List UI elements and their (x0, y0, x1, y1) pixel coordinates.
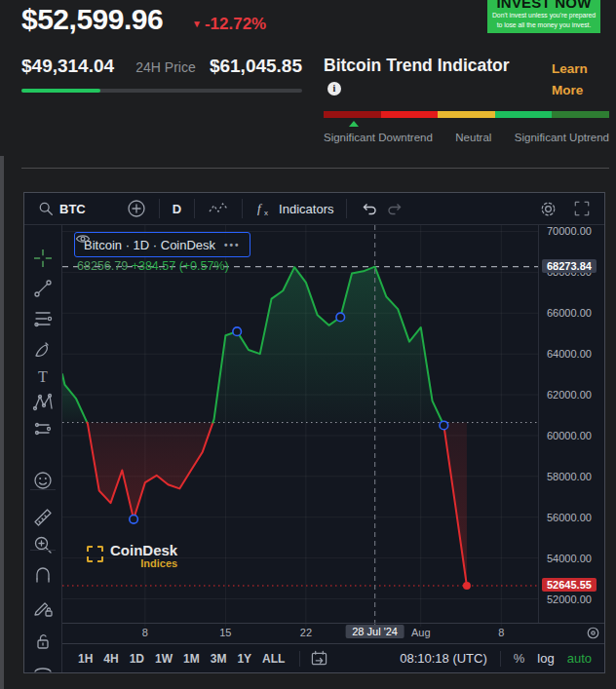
price-axis[interactable]: 70000.0068000.0066000.0064000.0062000.00… (538, 225, 604, 623)
symbol-label: BTC (59, 202, 86, 216)
emoji-tool[interactable] (32, 470, 54, 491)
undo-button[interactable] (356, 201, 382, 216)
range-button-1y[interactable]: 1Y (237, 652, 251, 666)
range-button-all[interactable]: ALL (262, 652, 285, 666)
magnet-tool[interactable] (32, 567, 54, 589)
crosshair-date-label: 28 Jul '24 (345, 625, 404, 638)
percent-scale-button[interactable]: % (514, 651, 525, 666)
trend-label-2: Significant Uptrend (515, 132, 609, 143)
y-tick-58000: 58000.00 (547, 471, 592, 482)
time-axis[interactable]: 8152228 Jul '24Aug8 (62, 623, 604, 643)
ruler-icon (32, 507, 54, 528)
range-button-1h[interactable]: 1H (78, 652, 93, 666)
trend-segment-3 (495, 111, 553, 118)
axis-settings-icon[interactable] (586, 626, 600, 640)
drawing-lock-icon (32, 596, 54, 618)
crosshair-icon (32, 248, 54, 269)
current-price: $52,599.96 (21, 3, 163, 36)
go-to-date-icon[interactable] (310, 650, 328, 667)
x-tick-22: 22 (300, 627, 312, 638)
trend-label-1: Neutral (455, 132, 491, 143)
search-icon (38, 201, 54, 216)
coindesk-watermark: CoinDesk Indices (87, 543, 177, 570)
range-buttons: 1H4H1D1W1M3M1YALL (78, 652, 295, 666)
learn-more-line2: More (552, 80, 610, 101)
chart-type-button[interactable] (204, 200, 233, 217)
interval-label: D (173, 202, 181, 216)
tools-divider (30, 489, 56, 490)
series-legend[interactable]: Bitcoin · 1D · CoinDesk ••• (74, 232, 250, 257)
trend-gauge-labels: Significant DowntrendNeutralSignificant … (324, 132, 609, 143)
drawing-tools-sidebar: T (24, 225, 62, 672)
x-tick-15: 15 (219, 627, 231, 638)
undo-icon (360, 201, 378, 216)
plus-circle-icon (127, 199, 146, 218)
text-tool[interactable]: T (32, 365, 54, 387)
clock-utc[interactable]: 08:10:18 (UTC) (400, 651, 487, 666)
auto-scale-button[interactable]: auto (567, 651, 592, 666)
symbol-search-button[interactable]: BTC (34, 201, 90, 216)
range-button-1d[interactable]: 1D (130, 652, 144, 666)
trend-change-marker (233, 327, 242, 336)
svg-text:x: x (264, 209, 268, 217)
svg-text:f: f (257, 201, 263, 215)
info-icon[interactable]: i (327, 82, 341, 96)
range-button-1m[interactable]: 1M (183, 652, 200, 666)
range-low-price: $49,314.04 (21, 56, 114, 77)
compare-add-button[interactable] (123, 199, 150, 218)
long-position-tool[interactable] (32, 418, 54, 440)
price-change: ▼-12.72% (192, 15, 266, 34)
learn-more-link[interactable]: Learn More (552, 58, 610, 101)
long-position-icon (32, 418, 54, 440)
invest-now-title: INVEST NOW (490, 0, 597, 11)
trend-line-tool[interactable] (32, 278, 54, 299)
ruler-tool[interactable] (32, 507, 54, 528)
crosshair-tool[interactable] (32, 248, 54, 269)
more-options-icon[interactable]: ••• (224, 240, 241, 250)
section-divider (21, 168, 609, 169)
interval-button[interactable]: D (169, 202, 185, 216)
trend-label-0: Significant Downtrend (324, 132, 433, 143)
redo-button[interactable] (382, 201, 408, 216)
hide-all-tool[interactable] (32, 653, 54, 672)
fullscreen-icon (573, 200, 591, 217)
drawing-lock-tool[interactable] (32, 596, 54, 618)
settings-button[interactable] (535, 200, 561, 218)
fx-icon: fx (255, 201, 273, 216)
price-range-fill (21, 89, 100, 93)
indicators-label: Indicators (279, 202, 333, 216)
range-button-1w[interactable]: 1W (155, 652, 173, 666)
y-tick-52000: 52000.00 (547, 593, 592, 605)
eye-icon[interactable] (75, 233, 91, 245)
gear-icon (539, 200, 558, 218)
hide-all-icon (32, 653, 54, 672)
trend-change-marker (336, 313, 345, 322)
fullscreen-button[interactable] (569, 200, 595, 217)
xabcd-pattern-tool[interactable] (32, 391, 54, 412)
emoji-icon (32, 470, 54, 491)
trend-indicator-title: Bitcoin Trend Indicator (324, 56, 510, 76)
trend-line-icon (32, 278, 54, 299)
x-tick-8: 8 (498, 627, 504, 638)
price-chart[interactable]: Bitcoin · 1D · CoinDesk ••• 68256.79 +38… (62, 225, 538, 623)
xabcd-pattern-icon (32, 391, 54, 412)
coindesk-logo-icon (87, 546, 103, 562)
y-tick-54000: 54000.00 (547, 553, 592, 564)
trend-change-marker (440, 421, 448, 430)
fib-retracement-icon (32, 308, 54, 329)
log-scale-button[interactable]: log (537, 651, 554, 666)
fib-retracement-tool[interactable] (32, 308, 54, 329)
lock-all-tool[interactable] (32, 631, 54, 652)
range-high-price: $61,045.85 (195, 56, 302, 77)
indicators-button[interactable]: fx Indicators (251, 201, 337, 216)
series-last-value: 68256.79 (77, 259, 128, 273)
range-button-3m[interactable]: 3M (211, 652, 227, 666)
series-change: +384.57 (+0.57%) (132, 259, 229, 273)
trend-segment-2 (438, 111, 495, 118)
zoom-in-tool[interactable] (32, 534, 54, 555)
down-arrow-icon: ▼ (192, 19, 202, 29)
range-button-4h[interactable]: 4H (103, 652, 118, 666)
magnet-icon (32, 567, 54, 589)
brush-tool[interactable] (32, 339, 54, 361)
invest-now-banner[interactable]: INVEST NOW Don't invest unless you're pr… (487, 0, 600, 33)
